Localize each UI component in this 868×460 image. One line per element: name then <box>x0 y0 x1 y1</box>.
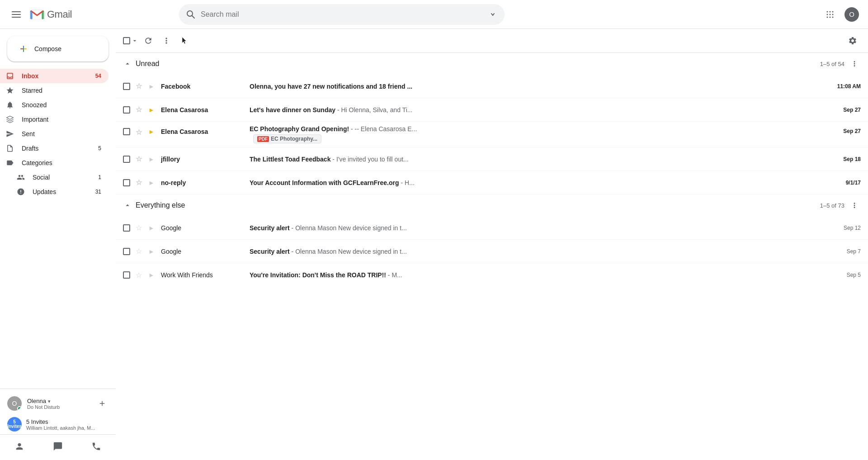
invites-avatar: 5 Invites <box>7 417 22 432</box>
sidebar-item-updates[interactable]: Updates 31 <box>0 185 108 199</box>
search-input[interactable] <box>201 10 483 19</box>
sidebar-item-snoozed[interactable]: Snoozed <box>0 98 108 112</box>
phone-nav-icon[interactable] <box>85 438 107 455</box>
unread-section-title: Unread <box>136 60 159 68</box>
sent-label: Sent <box>22 130 101 138</box>
compose-button[interactable]: Compose <box>7 36 108 62</box>
email-sender: Elena Casarosa <box>161 128 242 135</box>
gmail-logo: Gmail <box>30 7 72 22</box>
email-checkbox[interactable] <box>123 224 130 232</box>
contacts-nav-icon[interactable] <box>9 438 30 455</box>
settings-button[interactable] <box>844 33 861 49</box>
everything-else-more-button[interactable] <box>848 199 861 212</box>
refresh-button[interactable] <box>140 33 156 49</box>
email-checkbox[interactable] <box>123 128 130 135</box>
invites-item[interactable]: 5 Invites 5 Invites William Lintott, aak… <box>0 414 116 434</box>
sent-icon <box>5 129 14 138</box>
toolbar <box>116 29 868 53</box>
drafts-badge: 5 <box>98 145 101 152</box>
invites-subtext: William Lintott, aakash jha, M... <box>26 425 95 431</box>
email-row[interactable]: ☆ ► Facebook Olenna, you have 27 new not… <box>116 75 868 98</box>
email-star[interactable]: ☆ <box>136 271 142 279</box>
email-row[interactable]: ☆ ► Google Security alert - Olenna Mason… <box>116 216 868 240</box>
header-left: Gmail <box>7 5 170 24</box>
svg-point-12 <box>827 16 828 18</box>
email-checkbox[interactable] <box>123 156 130 163</box>
compose-label: Compose <box>34 45 61 52</box>
email-checkbox[interactable] <box>123 106 130 114</box>
starred-icon <box>5 86 14 95</box>
email-star[interactable]: ☆ <box>136 106 142 114</box>
apps-icon[interactable] <box>821 5 839 24</box>
select-dropdown-icon[interactable] <box>131 37 138 44</box>
email-star[interactable]: ☆ <box>136 179 142 186</box>
email-star[interactable]: ☆ <box>136 155 142 163</box>
everything-else-collapse-button[interactable] <box>123 201 132 210</box>
select-all-checkbox[interactable] <box>123 37 130 44</box>
email-important-marker[interactable]: ► <box>148 156 155 163</box>
email-checkbox-col <box>123 179 132 186</box>
email-subject: Your Account Information with GCFLearnFr… <box>246 179 816 186</box>
more-options-button[interactable] <box>158 33 175 49</box>
categories-label: Categories <box>22 159 101 166</box>
account-icon[interactable]: O <box>843 5 861 24</box>
sidebar-item-sent[interactable]: Sent <box>0 127 108 141</box>
email-important-marker[interactable]: ► <box>148 271 155 279</box>
sidebar-item-social[interactable]: Social 1 <box>0 170 108 185</box>
email-checkbox[interactable] <box>123 271 130 279</box>
email-important-marker[interactable]: ► <box>148 179 155 186</box>
sidebar-item-important[interactable]: Important <box>0 112 108 127</box>
email-date: Sep 7 <box>820 248 861 255</box>
search-dropdown-icon[interactable] <box>488 10 497 19</box>
svg-rect-2 <box>12 17 21 18</box>
email-row[interactable]: ☆ ► Google Security alert - Olenna Mason… <box>116 240 868 263</box>
email-date: Sep 5 <box>820 272 861 278</box>
chat-nav-icon[interactable] <box>47 438 69 455</box>
email-sender: no-reply <box>161 179 242 186</box>
everything-else-section-title: Everything else <box>136 201 185 209</box>
sidebar-item-inbox[interactable]: Inbox 54 <box>0 69 108 83</box>
search-bar[interactable] <box>179 4 505 25</box>
gmail-logo-icon <box>30 7 44 22</box>
user-account-item[interactable]: O Olenna ▾ Do Not Disturb <box>0 393 116 414</box>
invites-title: 5 Invites <box>26 418 95 425</box>
email-important-marker[interactable]: ► <box>148 224 155 232</box>
drafts-label: Drafts <box>22 145 91 152</box>
sidebar-item-categories[interactable]: Categories <box>0 156 108 170</box>
email-checkbox[interactable] <box>123 248 130 255</box>
bottom-nav <box>0 434 116 456</box>
email-row[interactable]: ☆ ► Elena Casarosa Let's have dinner on … <box>116 98 868 122</box>
sidebar-item-drafts[interactable]: Drafts 5 <box>0 141 108 156</box>
email-sender: Facebook <box>161 83 242 90</box>
email-star[interactable]: ☆ <box>136 247 142 255</box>
menu-icon[interactable] <box>7 5 25 24</box>
unread-more-button[interactable] <box>848 57 861 70</box>
email-row[interactable]: ☆ ► Elena Casarosa EC Photography Grand … <box>116 122 868 147</box>
email-star-col: ☆ <box>136 105 145 114</box>
cursor-icon <box>180 36 189 45</box>
svg-point-10 <box>830 14 831 15</box>
email-checkbox[interactable] <box>123 179 130 186</box>
email-important-marker[interactable]: ► <box>148 83 155 90</box>
email-subject: Security alert - Olenna Mason New device… <box>246 248 816 255</box>
email-subject: The Littlest Toad Feedback - I've invite… <box>246 156 816 163</box>
email-row[interactable]: ☆ ► no-reply Your Account Information wi… <box>116 171 868 194</box>
updates-label: Updates <box>33 188 88 195</box>
add-account-button[interactable] <box>96 397 108 410</box>
social-badge: 1 <box>98 174 101 180</box>
unread-section-header: Unread 1–5 of 54 <box>116 53 868 75</box>
email-important-col: ► <box>148 156 157 163</box>
email-attachment[interactable]: PDF EC Photography... <box>253 134 321 143</box>
email-star[interactable]: ☆ <box>136 82 142 90</box>
email-row[interactable]: ☆ ► jfillory The Littlest Toad Feedback … <box>116 147 868 171</box>
email-important-marker[interactable]: ► <box>148 128 155 135</box>
unread-collapse-button[interactable] <box>123 59 132 68</box>
email-row[interactable]: ☆ ► Work With Friends You're Invitation:… <box>116 263 868 287</box>
email-star[interactable]: ☆ <box>136 128 142 136</box>
select-all-area[interactable] <box>123 37 138 44</box>
email-star[interactable]: ☆ <box>136 224 142 232</box>
sidebar-item-starred[interactable]: Starred <box>0 83 108 98</box>
email-important-marker[interactable]: ► <box>148 106 155 114</box>
email-important-marker[interactable]: ► <box>148 248 155 255</box>
email-checkbox[interactable] <box>123 83 130 90</box>
